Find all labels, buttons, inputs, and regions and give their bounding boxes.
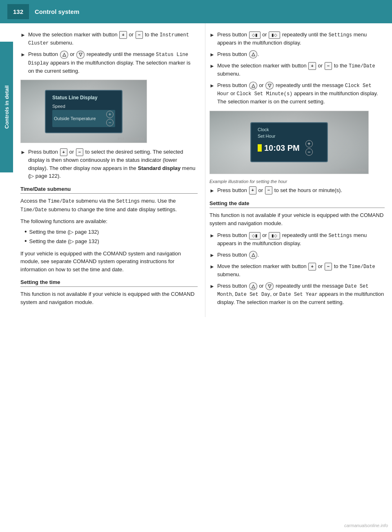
bullet-right-2: ► Press button △. xyxy=(209,50,385,59)
up-button-r9: △ xyxy=(249,282,257,290)
section-heading-setting-time: Setting the time xyxy=(20,279,198,287)
bullet-r7-text: Press button △. xyxy=(217,251,385,259)
menu-left-button-2: ◇▮ xyxy=(249,232,261,239)
page-header: 132 Control system xyxy=(0,0,392,23)
clock-minus-btn: − xyxy=(305,148,313,156)
display-mockup-status: Status Line Display Speed Outside Temper… xyxy=(45,90,122,133)
plus-button-r3: + xyxy=(308,62,316,70)
bullet-arrow-r7: ► xyxy=(209,251,215,259)
comand-note: If your vehicle is equipped with the COM… xyxy=(20,250,198,274)
display-title: Status Line Display xyxy=(52,95,115,101)
sub-dot-1: • xyxy=(24,228,27,235)
plus-button-r5: + xyxy=(249,186,256,194)
bullet-1-text: Move the selection marker with button + … xyxy=(28,31,198,47)
plus-button-r8: + xyxy=(308,263,316,270)
setting-date-para: This function is not available if your v… xyxy=(209,211,385,227)
bullet-arrow-r4: ► xyxy=(209,82,215,90)
bullet-arrow-r5: ► xyxy=(209,187,215,195)
time-date-functions-label: The following functions are available: xyxy=(20,217,198,226)
minus-button-r8: − xyxy=(325,263,332,270)
section-heading-setting-date: Setting the date xyxy=(209,200,385,208)
minus-button-2: − xyxy=(76,148,83,156)
down-button-r4: ▽ xyxy=(265,82,274,89)
bullet-arrow-r9: ► xyxy=(209,282,215,291)
photo-number-2: P58 32-0229-31 xyxy=(339,168,366,172)
bullet-right-9: ► Press button △ or ▽ repeatedly until t… xyxy=(209,282,385,306)
page-number: 132 xyxy=(7,4,29,19)
display-row-speed: Speed xyxy=(52,104,115,109)
bullet-right-3: ► Move the selection marker with button … xyxy=(209,62,385,78)
bullet-right-7: ► Press button △. xyxy=(209,251,385,259)
setting-time-para: This function is not available if your v… xyxy=(20,290,198,306)
time-date-para1: Access the Time/Date submenu via the Set… xyxy=(20,197,198,214)
bullet-2-text: Press button △ or ▽ repeatedly until the… xyxy=(28,50,198,75)
down-arrow-button: ▽ xyxy=(76,51,85,58)
illustration-caption: Example illustration for setting the hou… xyxy=(209,179,385,184)
right-column: ► Press button ◇▮ or ▮◇ repeatedly until… xyxy=(205,23,392,317)
bullet-3-text: Press button + or − to select the desire… xyxy=(28,148,198,180)
sub-bullet-date-text: Setting the date (▷ page 132) xyxy=(29,237,99,246)
clock-time: 10:03 PM + − xyxy=(258,140,321,156)
sub-dot-2: • xyxy=(24,237,27,245)
menu-left-button: ◇▮ xyxy=(249,31,261,39)
clock-plus-btn: + xyxy=(305,140,313,148)
bullet-right-1: ► Press button ◇▮ or ▮◇ repeatedly until… xyxy=(209,31,385,47)
photo-number-1: P58 32-0228-31 xyxy=(118,137,144,141)
bullet-r5-text: Press button + or − to set the hours or … xyxy=(217,186,385,194)
bullet-arrow-r3: ► xyxy=(209,62,215,70)
bullet-select-setting: ► Press button + or − to select the desi… xyxy=(20,148,198,180)
display-minus-btn: − xyxy=(106,119,114,126)
clock-mockup: Clock Set Hour 10:03 PM + − xyxy=(250,122,328,162)
bullet-right-5: ► Press button + or − to set the hours o… xyxy=(209,186,385,195)
bullet-arrow-r6: ► xyxy=(209,232,215,240)
bullet-move-selection: ► Move the selection marker with button … xyxy=(20,31,198,47)
up-button-r4: △ xyxy=(249,82,257,89)
up-arrow-button: △ xyxy=(60,51,68,58)
plus-button-2: + xyxy=(60,148,67,156)
bullet-arrow-1: ► xyxy=(20,31,26,39)
illustration-status-line: Status Line Display Speed Outside Temper… xyxy=(20,80,147,143)
menu-right-button: ▮◇ xyxy=(269,31,280,39)
plus-button-icon: + xyxy=(119,31,127,39)
bullet-right-4: ► Press button △ or ▽ repeatedly until t… xyxy=(209,81,385,106)
bullet-arrow-2: ► xyxy=(20,51,26,59)
section-heading-time-date: Time/Date submenu xyxy=(20,186,198,194)
menu-right-button-2: ▮◇ xyxy=(269,232,280,239)
left-column: ► Move the selection marker with button … xyxy=(13,23,205,317)
bullet-arrow-r1: ► xyxy=(209,31,215,39)
bullet-r9-text: Press button △ or ▽ repeatedly until the… xyxy=(217,282,385,306)
bullet-r8-text: Move the selection marker with button + … xyxy=(217,262,385,279)
minus-button-r5: − xyxy=(265,186,272,194)
display-row-temperature: Outside Temperature + − xyxy=(52,110,115,127)
clock-title-1: Clock xyxy=(258,127,321,132)
illustration-clock: Clock Set Hour 10:03 PM + − P58 32-0229-… xyxy=(209,111,369,174)
bullet-right-6: ► Press button ◇▮ or ▮◇ repeatedly until… xyxy=(209,231,385,248)
bullet-right-8: ► Move the selection marker with button … xyxy=(209,262,385,279)
bullet-arrow-r8: ► xyxy=(209,263,215,271)
bottom-logo: carmanualsonline.info xyxy=(344,523,388,528)
bullet-r4-text: Press button △ or ▽ repeatedly until the… xyxy=(217,81,385,106)
bullet-r2-text: Press button △. xyxy=(217,50,385,58)
bullet-arrow-r2: ► xyxy=(209,51,215,59)
sub-bullet-time-text: Setting the time (▷ page 132) xyxy=(29,228,99,236)
header-title: Control system xyxy=(35,8,79,15)
minus-button-icon: − xyxy=(136,31,143,39)
bullet-r3-text: Move the selection marker with button + … xyxy=(217,62,385,78)
down-button-r9: ▽ xyxy=(265,282,274,290)
bullet-press-status: ► Press button △ or ▽ repeatedly until t… xyxy=(20,50,198,75)
standard-display-bold: Standard display xyxy=(138,165,180,171)
up-button-r7: △ xyxy=(249,251,257,259)
bullet-arrow-3: ► xyxy=(20,148,26,156)
up-button-r2: △ xyxy=(249,50,257,58)
clock-cursor xyxy=(258,144,262,152)
bullet-r6-text: Press button ◇▮ or ▮◇ repeatedly until t… xyxy=(217,231,385,248)
sub-bullet-setting-date: • Setting the date (▷ page 132) xyxy=(24,237,198,246)
sub-bullet-setting-time: • Setting the time (▷ page 132) xyxy=(24,228,198,236)
display-plus-btn: + xyxy=(106,111,114,118)
bullet-r1-text: Press button ◇▮ or ▮◇ repeatedly until t… xyxy=(217,31,385,47)
minus-button-r3: − xyxy=(325,62,332,70)
clock-title-2: Set Hour xyxy=(258,134,321,139)
